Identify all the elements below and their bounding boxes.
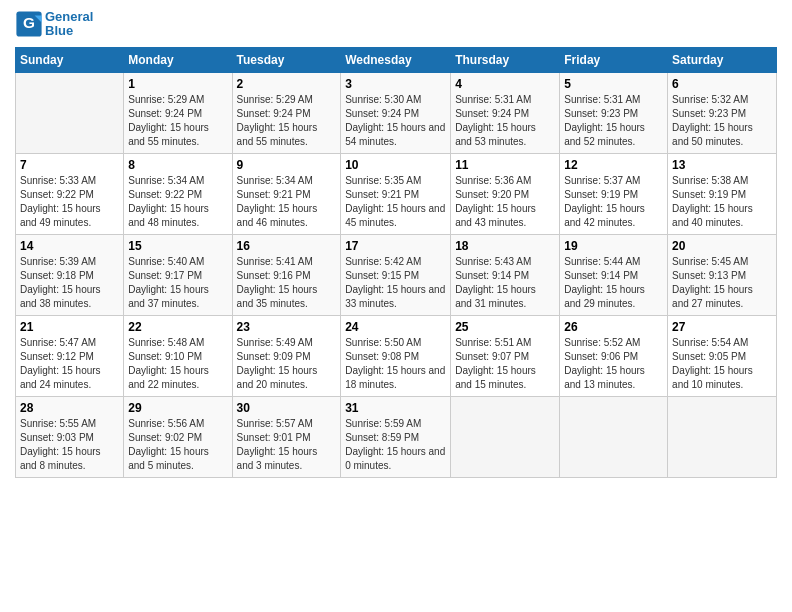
day-number: 31 bbox=[345, 401, 446, 415]
day-info: Sunrise: 5:31 AM Sunset: 9:23 PM Dayligh… bbox=[564, 93, 663, 149]
col-header-friday: Friday bbox=[560, 47, 668, 72]
day-number: 9 bbox=[237, 158, 337, 172]
day-info: Sunrise: 5:38 AM Sunset: 9:19 PM Dayligh… bbox=[672, 174, 772, 230]
header-row: SundayMondayTuesdayWednesdayThursdayFrid… bbox=[16, 47, 777, 72]
day-number: 24 bbox=[345, 320, 446, 334]
day-number: 3 bbox=[345, 77, 446, 91]
day-cell-30: 30 Sunrise: 5:57 AM Sunset: 9:01 PM Dayl… bbox=[232, 396, 341, 477]
day-info: Sunrise: 5:36 AM Sunset: 9:20 PM Dayligh… bbox=[455, 174, 555, 230]
day-number: 28 bbox=[20, 401, 119, 415]
day-info: Sunrise: 5:45 AM Sunset: 9:13 PM Dayligh… bbox=[672, 255, 772, 311]
day-number: 16 bbox=[237, 239, 337, 253]
week-row-1: 1 Sunrise: 5:29 AM Sunset: 9:24 PM Dayli… bbox=[16, 72, 777, 153]
day-cell-29: 29 Sunrise: 5:56 AM Sunset: 9:02 PM Dayl… bbox=[124, 396, 232, 477]
day-cell-2: 2 Sunrise: 5:29 AM Sunset: 9:24 PM Dayli… bbox=[232, 72, 341, 153]
day-cell-14: 14 Sunrise: 5:39 AM Sunset: 9:18 PM Dayl… bbox=[16, 234, 124, 315]
week-row-3: 14 Sunrise: 5:39 AM Sunset: 9:18 PM Dayl… bbox=[16, 234, 777, 315]
col-header-wednesday: Wednesday bbox=[341, 47, 451, 72]
day-cell-21: 21 Sunrise: 5:47 AM Sunset: 9:12 PM Dayl… bbox=[16, 315, 124, 396]
day-number: 18 bbox=[455, 239, 555, 253]
day-number: 1 bbox=[128, 77, 227, 91]
day-cell-25: 25 Sunrise: 5:51 AM Sunset: 9:07 PM Dayl… bbox=[451, 315, 560, 396]
day-info: Sunrise: 5:29 AM Sunset: 9:24 PM Dayligh… bbox=[128, 93, 227, 149]
day-info: Sunrise: 5:40 AM Sunset: 9:17 PM Dayligh… bbox=[128, 255, 227, 311]
day-cell-8: 8 Sunrise: 5:34 AM Sunset: 9:22 PM Dayli… bbox=[124, 153, 232, 234]
day-cell-19: 19 Sunrise: 5:44 AM Sunset: 9:14 PM Dayl… bbox=[560, 234, 668, 315]
day-cell-5: 5 Sunrise: 5:31 AM Sunset: 9:23 PM Dayli… bbox=[560, 72, 668, 153]
day-info: Sunrise: 5:39 AM Sunset: 9:18 PM Dayligh… bbox=[20, 255, 119, 311]
day-number: 25 bbox=[455, 320, 555, 334]
day-number: 8 bbox=[128, 158, 227, 172]
empty-cell bbox=[668, 396, 777, 477]
calendar-header: G General Blue bbox=[15, 10, 777, 39]
logo-text-line1: General bbox=[45, 10, 93, 24]
day-number: 10 bbox=[345, 158, 446, 172]
day-number: 11 bbox=[455, 158, 555, 172]
day-number: 17 bbox=[345, 239, 446, 253]
day-info: Sunrise: 5:31 AM Sunset: 9:24 PM Dayligh… bbox=[455, 93, 555, 149]
day-cell-13: 13 Sunrise: 5:38 AM Sunset: 9:19 PM Dayl… bbox=[668, 153, 777, 234]
col-header-saturday: Saturday bbox=[668, 47, 777, 72]
day-cell-9: 9 Sunrise: 5:34 AM Sunset: 9:21 PM Dayli… bbox=[232, 153, 341, 234]
day-info: Sunrise: 5:35 AM Sunset: 9:21 PM Dayligh… bbox=[345, 174, 446, 230]
day-cell-1: 1 Sunrise: 5:29 AM Sunset: 9:24 PM Dayli… bbox=[124, 72, 232, 153]
day-info: Sunrise: 5:47 AM Sunset: 9:12 PM Dayligh… bbox=[20, 336, 119, 392]
day-number: 5 bbox=[564, 77, 663, 91]
day-info: Sunrise: 5:50 AM Sunset: 9:08 PM Dayligh… bbox=[345, 336, 446, 392]
day-info: Sunrise: 5:55 AM Sunset: 9:03 PM Dayligh… bbox=[20, 417, 119, 473]
day-cell-27: 27 Sunrise: 5:54 AM Sunset: 9:05 PM Dayl… bbox=[668, 315, 777, 396]
day-number: 12 bbox=[564, 158, 663, 172]
day-info: Sunrise: 5:59 AM Sunset: 8:59 PM Dayligh… bbox=[345, 417, 446, 473]
day-cell-26: 26 Sunrise: 5:52 AM Sunset: 9:06 PM Dayl… bbox=[560, 315, 668, 396]
day-number: 13 bbox=[672, 158, 772, 172]
day-number: 29 bbox=[128, 401, 227, 415]
day-number: 30 bbox=[237, 401, 337, 415]
day-cell-23: 23 Sunrise: 5:49 AM Sunset: 9:09 PM Dayl… bbox=[232, 315, 341, 396]
week-row-2: 7 Sunrise: 5:33 AM Sunset: 9:22 PM Dayli… bbox=[16, 153, 777, 234]
calendar-container: G General Blue SundayMondayTuesdayWednes… bbox=[0, 0, 792, 483]
logo-text-line2: Blue bbox=[45, 24, 93, 38]
empty-cell bbox=[451, 396, 560, 477]
day-cell-4: 4 Sunrise: 5:31 AM Sunset: 9:24 PM Dayli… bbox=[451, 72, 560, 153]
day-cell-3: 3 Sunrise: 5:30 AM Sunset: 9:24 PM Dayli… bbox=[341, 72, 451, 153]
day-cell-10: 10 Sunrise: 5:35 AM Sunset: 9:21 PM Dayl… bbox=[341, 153, 451, 234]
col-header-tuesday: Tuesday bbox=[232, 47, 341, 72]
day-info: Sunrise: 5:37 AM Sunset: 9:19 PM Dayligh… bbox=[564, 174, 663, 230]
day-number: 23 bbox=[237, 320, 337, 334]
col-header-sunday: Sunday bbox=[16, 47, 124, 72]
day-number: 2 bbox=[237, 77, 337, 91]
day-cell-22: 22 Sunrise: 5:48 AM Sunset: 9:10 PM Dayl… bbox=[124, 315, 232, 396]
empty-cell bbox=[16, 72, 124, 153]
day-cell-7: 7 Sunrise: 5:33 AM Sunset: 9:22 PM Dayli… bbox=[16, 153, 124, 234]
day-number: 19 bbox=[564, 239, 663, 253]
day-number: 6 bbox=[672, 77, 772, 91]
svg-text:G: G bbox=[23, 14, 35, 31]
empty-cell bbox=[560, 396, 668, 477]
day-number: 27 bbox=[672, 320, 772, 334]
day-info: Sunrise: 5:44 AM Sunset: 9:14 PM Dayligh… bbox=[564, 255, 663, 311]
day-number: 4 bbox=[455, 77, 555, 91]
day-number: 20 bbox=[672, 239, 772, 253]
calendar-table: SundayMondayTuesdayWednesdayThursdayFrid… bbox=[15, 47, 777, 478]
day-cell-18: 18 Sunrise: 5:43 AM Sunset: 9:14 PM Dayl… bbox=[451, 234, 560, 315]
day-info: Sunrise: 5:56 AM Sunset: 9:02 PM Dayligh… bbox=[128, 417, 227, 473]
week-row-4: 21 Sunrise: 5:47 AM Sunset: 9:12 PM Dayl… bbox=[16, 315, 777, 396]
day-info: Sunrise: 5:34 AM Sunset: 9:21 PM Dayligh… bbox=[237, 174, 337, 230]
day-info: Sunrise: 5:57 AM Sunset: 9:01 PM Dayligh… bbox=[237, 417, 337, 473]
day-cell-15: 15 Sunrise: 5:40 AM Sunset: 9:17 PM Dayl… bbox=[124, 234, 232, 315]
day-number: 15 bbox=[128, 239, 227, 253]
col-header-thursday: Thursday bbox=[451, 47, 560, 72]
day-info: Sunrise: 5:52 AM Sunset: 9:06 PM Dayligh… bbox=[564, 336, 663, 392]
day-info: Sunrise: 5:43 AM Sunset: 9:14 PM Dayligh… bbox=[455, 255, 555, 311]
col-header-monday: Monday bbox=[124, 47, 232, 72]
day-number: 22 bbox=[128, 320, 227, 334]
day-cell-11: 11 Sunrise: 5:36 AM Sunset: 9:20 PM Dayl… bbox=[451, 153, 560, 234]
logo-icon: G bbox=[15, 10, 43, 38]
day-info: Sunrise: 5:48 AM Sunset: 9:10 PM Dayligh… bbox=[128, 336, 227, 392]
day-number: 26 bbox=[564, 320, 663, 334]
day-cell-12: 12 Sunrise: 5:37 AM Sunset: 9:19 PM Dayl… bbox=[560, 153, 668, 234]
day-number: 21 bbox=[20, 320, 119, 334]
day-info: Sunrise: 5:34 AM Sunset: 9:22 PM Dayligh… bbox=[128, 174, 227, 230]
day-info: Sunrise: 5:29 AM Sunset: 9:24 PM Dayligh… bbox=[237, 93, 337, 149]
day-info: Sunrise: 5:30 AM Sunset: 9:24 PM Dayligh… bbox=[345, 93, 446, 149]
